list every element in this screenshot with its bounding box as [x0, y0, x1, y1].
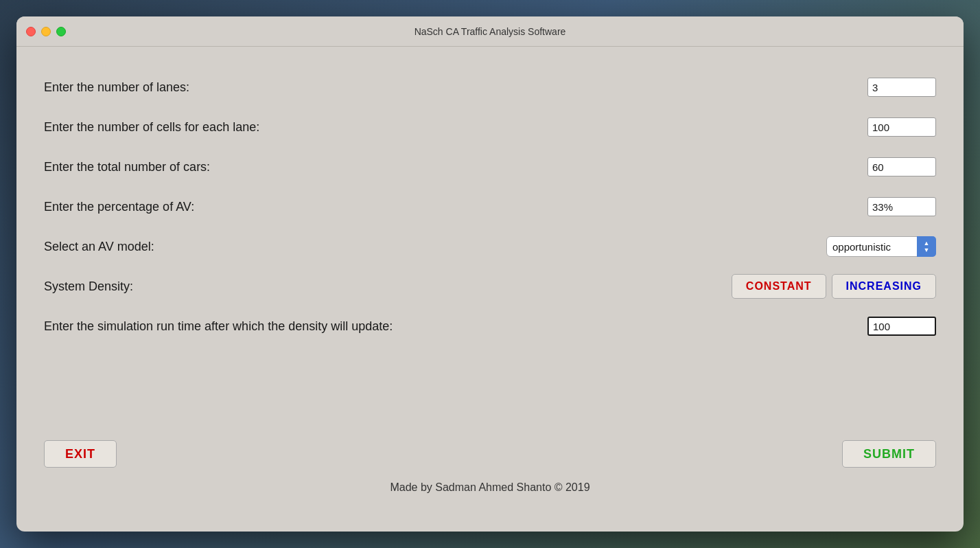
copyright-text: Made by Sadman Ahmed Shanto © 2019	[44, 475, 936, 497]
submit-button[interactable]: SUBMIT	[842, 440, 936, 468]
sim-runtime-label: Enter the simulation run time after whic…	[44, 319, 393, 334]
minimize-button[interactable]	[41, 27, 51, 36]
window-title: NaSch CA Traffic Analysis Software	[415, 26, 566, 37]
av-model-row: Select an AV model: opportunistic conser…	[44, 227, 936, 266]
sim-runtime-input[interactable]	[867, 317, 936, 336]
content-area: Enter the number of lanes: Enter the num…	[16, 47, 964, 532]
density-buttons-group: CONSTANT INCREASING	[732, 274, 936, 299]
footer-area: EXIT SUBMIT Made by Sadman Ahmed Shanto …	[44, 346, 936, 511]
exit-button[interactable]: EXIT	[44, 440, 117, 468]
lanes-row: Enter the number of lanes:	[44, 67, 936, 107]
cars-label: Enter the total number of cars:	[44, 160, 210, 174]
cells-input[interactable]	[867, 117, 936, 137]
close-button[interactable]	[26, 27, 36, 36]
increasing-button[interactable]: INCREASING	[832, 274, 936, 299]
lanes-label: Enter the number of lanes:	[44, 80, 189, 95]
lanes-input[interactable]	[867, 78, 936, 97]
constant-button[interactable]: CONSTANT	[732, 274, 826, 299]
av-percent-row: Enter the percentage of AV:	[44, 187, 936, 227]
title-bar: NaSch CA Traffic Analysis Software	[16, 16, 964, 47]
cells-label: Enter the number of cells for each lane:	[44, 120, 259, 135]
cars-input[interactable]	[867, 157, 936, 176]
cars-row: Enter the total number of cars:	[44, 147, 936, 187]
av-model-label: Select an AV model:	[44, 240, 154, 254]
density-row: System Density: CONSTANT INCREASING	[44, 266, 936, 306]
traffic-lights	[26, 27, 66, 36]
sim-runtime-row: Enter the simulation run time after whic…	[44, 306, 936, 346]
av-percent-input[interactable]	[867, 197, 936, 216]
action-row: EXIT SUBMIT	[44, 440, 936, 475]
maximize-button[interactable]	[56, 27, 66, 36]
cells-row: Enter the number of cells for each lane:	[44, 107, 936, 147]
av-model-select-wrapper: opportunistic conservative aggressive ▲ …	[826, 236, 936, 257]
density-label: System Density:	[44, 279, 133, 294]
av-percent-label: Enter the percentage of AV:	[44, 200, 194, 214]
main-window: NaSch CA Traffic Analysis Software Enter…	[16, 16, 964, 532]
av-model-select[interactable]: opportunistic conservative aggressive	[826, 236, 936, 257]
